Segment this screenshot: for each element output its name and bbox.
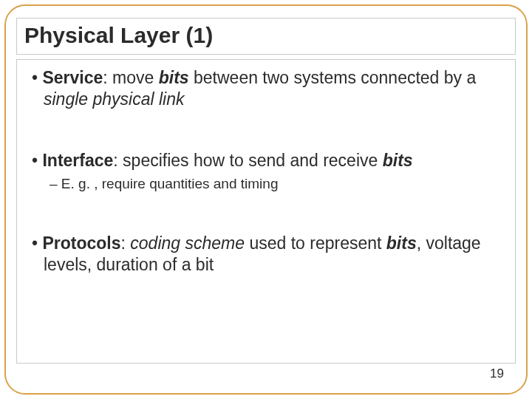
- service-text-2: between two systems connected by a: [189, 68, 477, 87]
- protocols-text-2: used to represent: [245, 233, 386, 253]
- title-box: Physical Layer (1): [16, 18, 516, 55]
- subbullet-interface-example: E. g. , require quantities and timing: [27, 175, 505, 193]
- content-box: Service: move bits between two systems c…: [16, 59, 516, 364]
- protocols-scheme: coding scheme: [130, 233, 245, 253]
- interface-sub-text: E. g. , require quantities and timing: [61, 176, 279, 191]
- bullet-protocols: Protocols: coding scheme used to represe…: [27, 233, 505, 276]
- protocols-label: Protocols: [42, 233, 120, 253]
- protocols-bits: bits: [386, 233, 417, 253]
- slide-frame: Physical Layer (1) Service: move bits be…: [4, 4, 528, 395]
- service-text-1: : move: [103, 68, 158, 87]
- interface-bits: bits: [383, 151, 413, 170]
- interface-text-1: : specifies how to send and receive: [113, 151, 382, 170]
- service-link: single physical link: [44, 89, 184, 109]
- interface-label: Interface: [42, 151, 113, 170]
- service-label: Service: [42, 68, 103, 87]
- bullet-service: Service: move bits between two systems c…: [27, 67, 505, 110]
- service-bits: bits: [159, 68, 189, 87]
- page-number: 19: [490, 366, 504, 381]
- bullet-interface: Interface: specifies how to send and rec…: [27, 150, 505, 171]
- protocols-text-1: :: [121, 233, 131, 253]
- slide-title: Physical Layer (1): [24, 23, 508, 48]
